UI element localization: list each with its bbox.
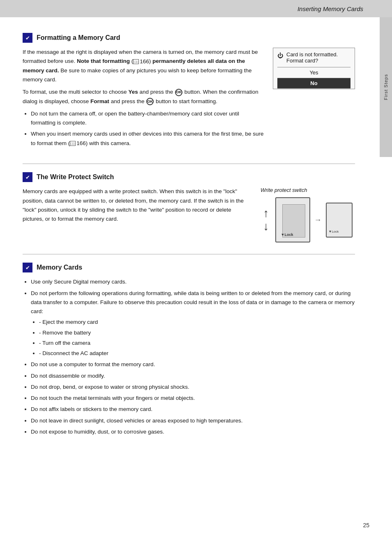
list-item: Do not drop, bend, or expose to water or…: [31, 383, 355, 392]
list-item: Do not touch the metal terminals with yo…: [31, 394, 355, 403]
dialog-box: ⏻ Card is not formatted. Format card? Ye…: [273, 48, 355, 89]
write-protect-diagram: Write protect switch ↑ ↓ ▼Lock: [261, 187, 355, 242]
diagram-container: ↑ ↓ ▼Lock → ▼Lock: [263, 197, 353, 242]
page-container: Inserting Memory Cards First Steps Forma…: [0, 0, 392, 540]
list-item: Do not turn the camera off, or open the …: [31, 109, 265, 128]
sub-list-item: Remove the battery: [39, 328, 355, 337]
card-small: ▼Lock: [326, 203, 353, 238]
card-arrow: ↑ ↓: [263, 207, 269, 233]
section-formatting: Formatting a Memory Card If the message …: [23, 33, 355, 152]
section-formatting-heading: Formatting a Memory Card: [23, 33, 355, 43]
list-item: Do not expose to humidity, dust, or to c…: [31, 427, 355, 436]
list-item: Use only Secure Digital memory cards.: [31, 277, 355, 286]
list-item: When you insert memory cards used in oth…: [31, 129, 265, 148]
dialog-message-line2: Format card?: [286, 58, 338, 64]
main-content: Formatting a Memory Card If the message …: [0, 17, 392, 540]
dialog-option-yes: Yes: [277, 67, 350, 78]
header-title: Inserting Memory Cards: [297, 5, 363, 12]
checkmark-icon-writeprotect: [23, 172, 32, 182]
section-writeprotect-text: Memory cards are equipped with a write p…: [23, 187, 248, 224]
header-bar: Inserting Memory Cards: [0, 0, 392, 17]
section-writeprotect-heading: The Write Protect Switch: [23, 172, 355, 182]
card-lock-label2: ▼Lock: [329, 230, 339, 233]
list-item: Do not disassemble or modify.: [31, 372, 355, 381]
section-divider-1: [23, 164, 355, 164]
writeprotect-para: Memory cards are equipped with a write p…: [23, 187, 248, 224]
section-formatting-title: Formatting a Memory Card: [37, 34, 120, 42]
checkmark-icon-formatting: [23, 33, 32, 43]
formatting-bullet-list: Do not turn the camera off, or open the …: [31, 109, 265, 148]
list-item: Do not leave in direct sunlight, closed …: [31, 416, 355, 425]
dialog-message: Card is not formatted. Format card?: [286, 51, 338, 64]
sub-list-item: Turn off the camera: [39, 339, 355, 348]
dialog-box-top: ⏻ Card is not formatted. Format card?: [277, 51, 350, 64]
list-item: Do not use a computer to format the memo…: [31, 360, 355, 369]
arrow-down: ↓: [263, 220, 269, 233]
list-item: Do not perform the following operations …: [31, 289, 355, 358]
list-item: Do not affix labels or stickers to the m…: [31, 405, 355, 414]
section-memorycards-title: Memory Cards: [37, 264, 82, 271]
formatting-para2: To format, use the multi selector to cho…: [23, 88, 265, 106]
section-divider-2: [23, 254, 355, 254]
card-lock-label1: ▼Lock: [281, 233, 293, 237]
arrow-right: →: [314, 216, 322, 224]
sub-list: Eject the memory card Remove the battery…: [39, 318, 355, 358]
section-formatting-text: If the message at the right is displayed…: [23, 48, 265, 152]
power-icon: ⏻: [277, 52, 283, 59]
dialog-message-line1: Card is not formatted.: [286, 51, 338, 58]
arrow-up: ↑: [263, 207, 269, 220]
sub-list-item: Eject the memory card: [39, 318, 355, 327]
side-tab: First Steps: [380, 17, 392, 157]
section-memorycards: Memory Cards Use only Secure Digital mem…: [23, 263, 355, 436]
memorycards-bullet-list: Use only Secure Digital memory cards. Do…: [31, 277, 355, 436]
side-tab-label: First Steps: [383, 74, 388, 100]
sub-list-item: Disconnect the AC adapter: [39, 349, 355, 358]
dialog-option-no: No: [277, 78, 350, 89]
section-writeprotect-title: The Write Protect Switch: [37, 173, 114, 181]
section-writeprotect-body: Memory cards are equipped with a write p…: [23, 187, 355, 242]
section-writeprotect: The Write Protect Switch Memory cards ar…: [23, 172, 355, 242]
write-protect-label: Write protect switch: [261, 187, 307, 193]
page-number: 25: [363, 522, 369, 528]
section-memorycards-heading: Memory Cards: [23, 263, 355, 272]
section-formatting-body: If the message at the right is displayed…: [23, 48, 355, 152]
formatting-para1: If the message at the right is displayed…: [23, 48, 265, 84]
checkmark-icon-memorycards: [23, 263, 32, 272]
card-main: ▼Lock: [275, 197, 310, 242]
dialog-options: Yes No: [277, 67, 350, 89]
